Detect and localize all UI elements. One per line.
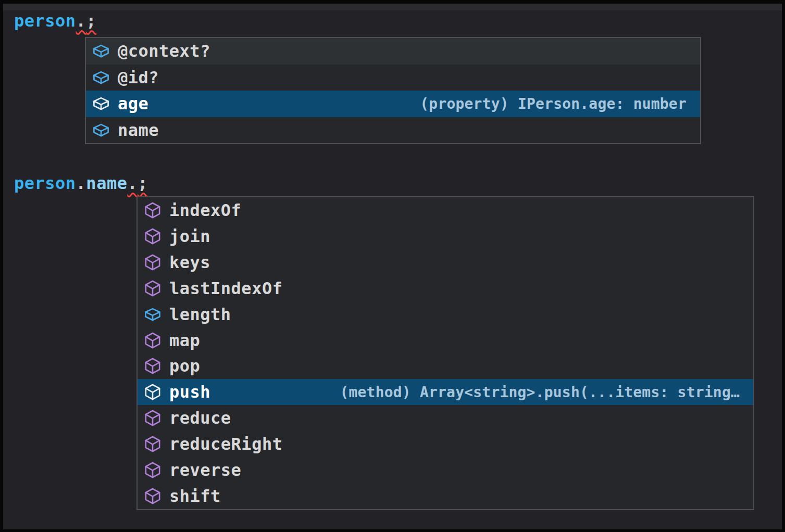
code-token-error: .: [127, 173, 138, 193]
suggestion-label: reduce: [169, 408, 231, 428]
suggestion-item[interactable]: reduce: [138, 405, 753, 431]
suggestion-label: length: [169, 305, 231, 324]
suggestion-item[interactable]: indexOf: [138, 197, 753, 223]
suggestion-label: age: [118, 94, 148, 113]
method-icon: [144, 254, 161, 271]
method-icon: [144, 357, 161, 375]
code-line-2[interactable]: person.name.;: [14, 173, 148, 194]
method-icon: [144, 332, 161, 349]
suggestion-label: lastIndexOf: [169, 278, 282, 298]
field-icon: [92, 69, 110, 86]
code-token-error: .: [76, 11, 86, 31]
method-icon: [144, 383, 161, 401]
suggestion-label: push: [169, 382, 210, 402]
method-icon: [144, 227, 161, 245]
code-line-1[interactable]: person.;: [14, 10, 96, 31]
field-icon: [144, 306, 161, 323]
suggestion-item[interactable]: @context?: [86, 38, 700, 65]
method-icon: [144, 409, 161, 427]
suggestion-label: shift: [169, 486, 221, 506]
suggestion-item[interactable]: push(method) Array<string>.push(...items…: [138, 379, 753, 405]
suggestion-item[interactable]: shift: [138, 483, 753, 509]
suggestion-label: name: [118, 120, 159, 140]
suggestion-item[interactable]: lastIndexOf: [138, 275, 753, 301]
suggestion-item[interactable]: reverse: [138, 457, 753, 483]
code-token-property: name: [86, 173, 127, 193]
suggestion-label: indexOf: [169, 200, 241, 220]
suggestion-label: join: [169, 226, 210, 246]
suggestion-label: pop: [169, 356, 200, 376]
suggestion-item[interactable]: length: [138, 301, 753, 327]
suggestion-item[interactable]: keys: [138, 249, 753, 275]
suggest-widget-person: @context?@id?age(property) IPerson.age: …: [85, 37, 701, 144]
suggestion-item[interactable]: map: [138, 327, 753, 353]
editor-top-strip: [3, 4, 782, 10]
suggestion-label: reduceRight: [169, 434, 282, 454]
method-icon: [144, 487, 161, 505]
suggestion-label: map: [169, 331, 200, 350]
suggestion-label: reverse: [169, 460, 241, 480]
method-icon: [144, 201, 161, 219]
suggestion-item[interactable]: pop: [138, 353, 753, 379]
code-token-variable: person: [14, 173, 76, 193]
method-icon: [144, 435, 161, 453]
field-icon: [92, 95, 110, 112]
suggestion-detail: (method) Array<string>.push(...items: st…: [340, 384, 740, 401]
code-token-punct: .: [76, 173, 86, 193]
field-icon: [92, 121, 110, 139]
suggestion-item[interactable]: name: [86, 117, 700, 144]
code-token-error: ;: [86, 11, 96, 31]
field-icon: [92, 42, 110, 60]
suggestion-label: keys: [169, 252, 210, 272]
code-token-variable: person: [14, 11, 76, 31]
method-icon: [144, 461, 161, 479]
suggestion-item[interactable]: @id?: [86, 65, 700, 91]
suggestion-label: @id?: [118, 68, 159, 87]
suggestion-item[interactable]: join: [138, 223, 753, 249]
suggestion-label: @context?: [118, 41, 210, 61]
suggest-widget-name: indexOfjoinkeyslastIndexOflengthmappoppu…: [136, 196, 754, 510]
suggestion-item[interactable]: reduceRight: [138, 431, 753, 457]
method-icon: [144, 280, 161, 297]
suggestion-item[interactable]: age(property) IPerson.age: number: [86, 91, 700, 117]
suggestion-detail: (property) IPerson.age: number: [420, 95, 687, 112]
code-token-error: ;: [138, 173, 148, 193]
